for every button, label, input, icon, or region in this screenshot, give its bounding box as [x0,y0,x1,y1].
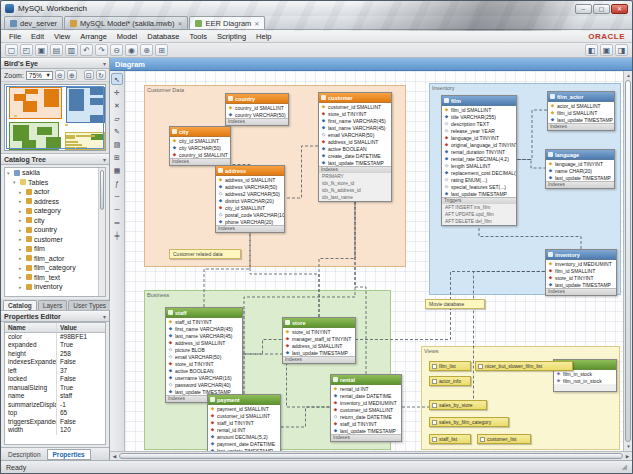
column-row[interactable]: ◆active BOOLEAN [166,367,242,374]
column-row[interactable]: ◆manager_staff_id TINYINT [283,335,355,342]
menu-database[interactable]: Database [142,32,184,41]
tab-user-types[interactable]: User Types [68,300,111,310]
relationship-customer-address[interactable] [285,146,318,198]
rel-n-m-tool-icon[interactable]: ═ [111,216,123,228]
column-row[interactable]: ◇picture BLOB [166,346,242,353]
column-row[interactable]: ◆amount DECIMAL(5,2) [208,433,280,440]
column-row[interactable]: ◆customer_id SMALLINT [331,406,401,413]
column-row[interactable]: ◇special_features SET(...) [442,183,516,190]
column-row[interactable]: ◆username VARCHAR(16) [166,374,242,381]
table-store[interactable]: store◆store_id TINYINT◆manager_staff_id … [282,317,356,364]
print-icon[interactable]: ▥ [65,44,78,56]
column-row[interactable]: ◆name CHAR(20) [546,167,614,174]
zoom-in-icon[interactable]: ⊕ [140,44,153,56]
section-bar[interactable]: Triggers [442,197,516,204]
relationship-film-language[interactable] [517,160,545,169]
refresh-icon[interactable]: ↻ [96,70,106,80]
table-header[interactable]: staff [166,308,242,318]
expander-icon[interactable]: ▸ [19,255,24,261]
column-row[interactable]: ◆create_date DATETIME [319,152,391,159]
column-row[interactable]: ◆first_name VARCHAR(45) [319,117,391,124]
column-row[interactable]: ◆address VARCHAR(50) [216,183,284,190]
column-row[interactable]: ◈film_in_stock [554,370,616,377]
tree-node-category[interactable]: ▸category [5,206,105,216]
section-item[interactable]: AFT DELETE del_film [442,218,516,225]
column-row[interactable]: ◆staff_id TINYINT [208,419,280,426]
section-item[interactable]: AFT UPDATE upd_film [442,211,516,218]
column-row[interactable]: ◆store_id TINYINT [319,110,391,117]
rel-identifying-tool-icon[interactable]: ╪ [111,229,123,241]
view-film-list[interactable]: film_list [429,361,471,371]
rel-1-1-tool-icon[interactable]: ┄ [111,190,123,202]
table-header[interactable]: payment [208,395,280,405]
expander-icon[interactable]: ▸ [19,217,24,223]
expander-icon[interactable]: ▸ [19,274,24,280]
property-row[interactable]: expandedTrue [5,341,105,350]
table-header[interactable]: customer [319,93,391,103]
column-row[interactable]: ◆staff_id TINYINT [331,420,401,427]
expander-icon[interactable]: ▸ [19,265,24,271]
scroll-right-icon[interactable]: ▶ [623,452,632,461]
relationship-payment-rental[interactable] [281,407,330,427]
table-city[interactable]: city◆city_id SMALLINT◆city VARCHAR(50)◆c… [169,126,231,166]
column-row[interactable]: ◆staff_id TINYINT [166,318,242,325]
table-header[interactable]: store [283,318,355,328]
note-movie-database[interactable]: Movie database [425,299,485,309]
column-row[interactable]: ◇postal_code VARCHAR(10) [216,211,284,218]
table-header[interactable]: rental [331,375,401,385]
column-row[interactable]: ◇return_date DATETIME [331,413,401,420]
expander-icon[interactable]: ▾ [13,179,18,185]
section-bar[interactable]: Indexes [546,181,614,188]
column-row[interactable]: ◆rental_duration TINYINT [442,148,516,155]
property-row[interactable]: left37 [5,367,105,376]
collapse-icon[interactable]: ▾ [103,60,106,67]
column-row[interactable]: ◆payment_id SMALLINT [208,405,280,412]
tab-eer-diagram[interactable]: EER Diagram ✕ [189,16,265,29]
column-row[interactable]: ◆film_id SMALLINT [548,109,614,116]
relationship-rental-customer[interactable] [355,200,366,374]
column-row[interactable]: ◆last_update TIMESTAMP [319,159,391,166]
view-nicer-but-slower-film-list[interactable]: nicer_but_slower_film_list [475,361,573,371]
table-header[interactable]: language [546,150,614,160]
relationship-inventory-film[interactable] [479,224,581,249]
rel-1-n-tool-icon[interactable]: ─ [111,203,123,215]
column-row[interactable]: ◆rental_rate DECIMAL(4,2) [442,155,516,162]
column-row[interactable]: ◆active BOOLEAN [319,145,391,152]
section-item[interactable]: idx_fk_store_id [319,180,391,187]
collapse-icon[interactable]: ▾ [103,156,106,163]
column-row[interactable]: ◆payment_date DATETIME [208,440,280,447]
table-tool-icon[interactable]: ⊞ [111,151,123,163]
note-customer-related-data[interactable]: Customer related data [169,249,241,259]
menu-tools[interactable]: Tools [184,32,212,41]
section-bar[interactable]: Indexes [216,225,284,232]
vertical-scrollbar[interactable]: ▲ ▼ [623,71,632,451]
column-row[interactable]: ◆actor_id SMALLINT [548,102,614,109]
undo-icon[interactable]: ↶ [80,44,93,56]
property-row[interactable]: indexesExpandedFalse [5,358,105,367]
tree-node-customer[interactable]: ▸customer [5,235,105,245]
column-row[interactable]: ◆last_update TIMESTAMP [548,116,614,123]
column-row[interactable]: ◆city VARCHAR(50) [170,144,230,151]
relationship-store-address[interactable] [250,231,319,317]
column-row[interactable]: ◆rental_id INT [208,426,280,433]
relationship-staff-address[interactable] [204,231,250,307]
section-bar[interactable]: Indexes [319,166,391,173]
property-row[interactable]: height258 [5,350,105,359]
menu-model[interactable]: Model [112,32,142,41]
section-item[interactable]: idx_last_name [319,194,391,201]
zoom-fit-icon[interactable]: ⊡ [84,70,94,80]
column-row[interactable]: ◆last_update TIMESTAMP [546,281,616,288]
column-row[interactable]: ◆last_update TIMESTAMP [546,174,614,181]
property-row[interactable]: summarizeDisplay-1 [5,401,105,410]
table-address[interactable]: address◆address_id SMALLINT◆address VARC… [215,165,285,233]
section-item[interactable]: idx_fk_address_id [319,187,391,194]
column-row[interactable]: ◇address2 VARCHAR(50) [216,190,284,197]
column-row[interactable]: ◆replacement_cost DECIMAL(5,2) [442,169,516,176]
tree-node-film-text[interactable]: ▸film_text [5,273,105,283]
grid-icon[interactable]: ⊞ [155,44,168,56]
column-row[interactable]: ◇rating ENUM(...) [442,176,516,183]
table-rental[interactable]: rental◆rental_id INT◆rental_date DATETIM… [330,374,402,442]
hand-tool-icon[interactable]: ✛ [111,86,123,98]
save-icon[interactable]: ▣ [35,44,48,56]
expander-icon[interactable]: ▸ [19,198,24,204]
